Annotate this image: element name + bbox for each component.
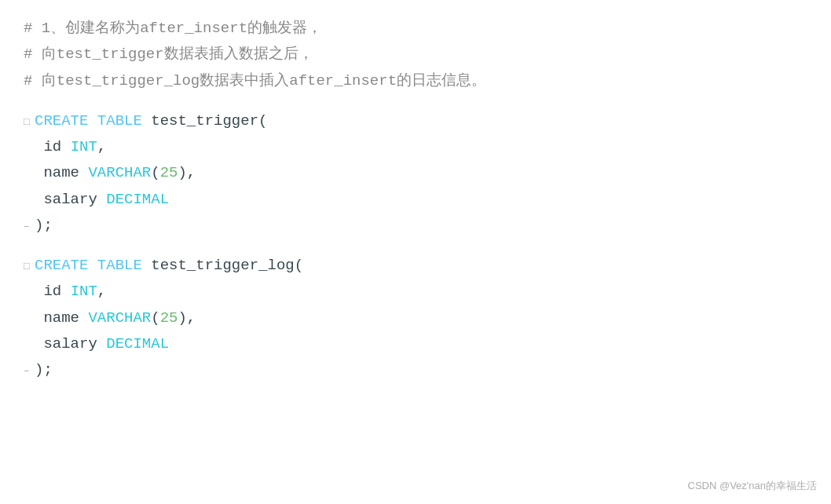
type-varchar-2: VARCHAR: [88, 305, 151, 331]
code-line-b2-1: □ CREATE TABLE test_trigger_log(: [24, 253, 807, 279]
sql-block-2: □ CREATE TABLE test_trigger_log( id INT …: [24, 253, 807, 383]
keyword-table-2: TABLE: [97, 253, 142, 279]
keyword-create-2: CREATE: [35, 253, 88, 279]
type-int-1: INT: [71, 134, 97, 160]
code-container: # 1、创建名称为after_insert的触发器， # 向test_trigg…: [0, 0, 831, 399]
type-varchar-1: VARCHAR: [88, 160, 151, 186]
comment-line-2: # 向test_trigger数据表插入数据之后，: [24, 42, 807, 68]
comment-line-3: # 向test_trigger_log数据表中插入after_insert的日志…: [24, 68, 807, 94]
code-line-b1-2: id INT ,: [24, 134, 807, 160]
table-name-2: test_trigger_log(: [151, 253, 303, 279]
closing-b2: );: [35, 357, 53, 383]
varchar-num-1: 25: [160, 160, 178, 186]
closing-b1: );: [35, 213, 53, 239]
comma-1: ,: [97, 134, 106, 160]
type-int-2: INT: [71, 279, 97, 305]
comma-2: ,: [97, 279, 106, 305]
col-salary-2: salary: [43, 331, 97, 357]
paren-close-comma-1: ),: [178, 160, 196, 186]
gutter-b1-5: –: [24, 218, 33, 236]
code-line-b2-4: salary DECIMAL: [24, 331, 807, 357]
gutter-b1-1: □: [24, 114, 33, 132]
col-id-2: id: [43, 279, 61, 305]
watermark: CSDN @Vez'nan的幸福生活: [688, 479, 818, 493]
table-name-1: test_trigger(: [151, 108, 267, 134]
code-line-b1-1: □ CREATE TABLE test_trigger(: [24, 108, 807, 134]
code-line-b2-3: name VARCHAR ( 25 ),: [24, 305, 807, 331]
gutter-b2-1: □: [24, 258, 33, 276]
paren-open-2: (: [151, 305, 159, 331]
col-name-2: name: [43, 305, 79, 331]
keyword-table-1: TABLE: [97, 108, 142, 134]
col-id-1: id: [43, 134, 61, 160]
sql-block-1: □ CREATE TABLE test_trigger( id INT , na…: [24, 108, 807, 239]
comment-block: # 1、创建名称为after_insert的触发器， # 向test_trigg…: [24, 16, 807, 94]
gutter-b2-5: –: [24, 363, 33, 381]
comment-line-1: # 1、创建名称为after_insert的触发器，: [24, 16, 807, 42]
code-line-b2-2: id INT ,: [24, 279, 807, 305]
code-line-b1-3: name VARCHAR ( 25 ),: [24, 160, 807, 186]
code-line-b1-4: salary DECIMAL: [24, 187, 807, 213]
paren-open-1: (: [151, 160, 159, 186]
type-decimal-2: DECIMAL: [106, 331, 169, 357]
type-decimal-1: DECIMAL: [106, 187, 169, 213]
paren-close-comma-2: ),: [178, 305, 196, 331]
keyword-create-1: CREATE: [35, 108, 88, 134]
col-salary-1: salary: [43, 187, 97, 213]
col-name-1: name: [43, 160, 79, 186]
varchar-num-2: 25: [160, 305, 178, 331]
code-line-b1-5: – );: [24, 213, 807, 239]
code-line-b2-5: – );: [24, 357, 807, 383]
